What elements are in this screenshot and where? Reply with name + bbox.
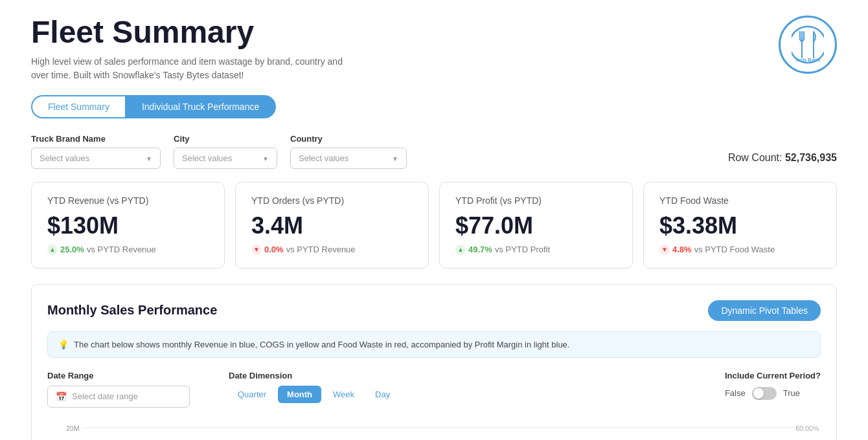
tasty-bytes-logo: Tasty Bytes bbox=[779, 16, 837, 74]
kpi-card-2: YTD Profit (vs PYTD) $77.0M ▲ 49.7% vs P… bbox=[439, 182, 633, 269]
kpi-delta-label-3: vs PYTD Food Waste bbox=[694, 245, 775, 254]
kpi-arrow-0: ▲ bbox=[47, 245, 58, 255]
info-icon: 💡 bbox=[58, 340, 69, 349]
date-range-group: Date Range 📅 Select date range bbox=[47, 371, 190, 408]
kpi-arrow-2: ▲ bbox=[455, 245, 466, 255]
calendar-icon: 📅 bbox=[56, 391, 67, 402]
monthly-title-bold: Monthly bbox=[47, 303, 97, 317]
kpi-title-0: YTD Revenue (vs PYTD) bbox=[47, 195, 209, 206]
kpi-arrow-1: ▼ bbox=[251, 245, 262, 255]
kpi-delta-2: ▲ 49.7% vs PYTD Profit bbox=[455, 245, 617, 255]
date-range-input[interactable]: 📅 Select date range bbox=[47, 386, 190, 408]
date-pill-quarter[interactable]: Quarter bbox=[229, 386, 275, 403]
kpi-delta-value-0: 25.0% bbox=[60, 245, 84, 254]
country-chevron bbox=[392, 153, 398, 163]
info-text: The chart below shows monthly Revenue in… bbox=[74, 340, 569, 349]
city-placeholder: Select values bbox=[182, 153, 232, 163]
kpi-delta-label-0: vs PYTD Revenue bbox=[87, 245, 156, 254]
tab-individual-truck[interactable]: Individual Truck Performance bbox=[126, 95, 276, 118]
country-select[interactable]: Select values bbox=[290, 148, 407, 169]
kpi-card-0: YTD Revenue (vs PYTD) $130M ▲ 25.0% vs P… bbox=[31, 182, 225, 269]
date-pill-week[interactable]: Week bbox=[324, 386, 363, 403]
kpi-value-1: 3.4M bbox=[251, 212, 413, 239]
chart-area: 20M 10M Food Waste 60.00% 40.00% bbox=[47, 418, 821, 440]
date-pill-month[interactable]: Month bbox=[278, 386, 321, 403]
logo-icon: Tasty Bytes bbox=[792, 25, 824, 64]
kpi-title-3: YTD Food Waste bbox=[659, 195, 821, 206]
kpi-value-2: $77.0M bbox=[455, 212, 617, 239]
kpi-delta-1: ▼ 0.0% vs PYTD Revenue bbox=[251, 245, 413, 255]
city-chevron bbox=[262, 153, 269, 163]
kpi-value-0: $130M bbox=[47, 212, 209, 239]
filter-city: City Select values bbox=[174, 134, 277, 169]
toggle-false-label: False bbox=[725, 388, 746, 398]
tab-fleet-summary[interactable]: Fleet Summary bbox=[31, 95, 126, 118]
monthly-chart: 20M 10M Food Waste 60.00% 40.00% bbox=[47, 418, 821, 440]
header-left: Fleet Summary High level view of sales p… bbox=[31, 16, 355, 82]
truck-brand-chevron bbox=[146, 153, 152, 163]
kpi-delta-3: ▼ 4.8% vs PYTD Food Waste bbox=[659, 245, 821, 255]
city-select[interactable]: Select values bbox=[174, 148, 277, 169]
kpi-title-1: YTD Orders (vs PYTD) bbox=[251, 195, 413, 206]
filters-row: Truck Brand Name Select values City Sele… bbox=[31, 134, 837, 169]
country-placeholder: Select values bbox=[299, 153, 348, 163]
toggle-true-label: True bbox=[783, 388, 800, 398]
toggle-group: False True bbox=[725, 387, 821, 400]
date-range-placeholder: Select date range bbox=[72, 391, 138, 401]
date-range-label: Date Range bbox=[47, 371, 190, 380]
kpi-delta-value-2: 49.7% bbox=[468, 245, 492, 254]
page-header: Fleet Summary High level view of sales p… bbox=[31, 16, 837, 82]
toggle-thumb bbox=[753, 388, 764, 399]
filter-truck-brand: Truck Brand Name Select values bbox=[31, 134, 161, 169]
page-subtitle: High level view of sales performance and… bbox=[31, 55, 355, 82]
nav-tabs: Fleet Summary Individual Truck Performan… bbox=[31, 95, 837, 118]
page-title: Fleet Summary bbox=[31, 16, 355, 50]
filter-country: Country Select values bbox=[290, 134, 407, 169]
chart-controls: Date Range 📅 Select date range Date Dime… bbox=[47, 371, 821, 408]
date-dimension-group: Date Dimension QuarterMonthWeekDay bbox=[229, 371, 399, 403]
kpi-row: YTD Revenue (vs PYTD) $130M ▲ 25.0% vs P… bbox=[31, 182, 837, 269]
row-count-label: Row Count: bbox=[728, 152, 782, 163]
monthly-title: Monthly Sales Performance bbox=[47, 303, 217, 318]
kpi-delta-label-1: vs PYTD Revenue bbox=[286, 245, 356, 254]
kpi-delta-value-3: 4.8% bbox=[672, 245, 692, 254]
truck-brand-select[interactable]: Select values bbox=[31, 148, 161, 169]
include-period-label: Include Current Period? bbox=[725, 371, 821, 380]
monthly-title-rest: Sales Performance bbox=[97, 303, 218, 317]
monthly-header: Monthly Sales Performance Dynamic Pivot … bbox=[47, 300, 821, 321]
kpi-title-2: YTD Profit (vs PYTD) bbox=[455, 195, 617, 206]
kpi-card-3: YTD Food Waste $3.38M ▼ 4.8% vs PYTD Foo… bbox=[643, 182, 837, 269]
include-period-group: Include Current Period? False True bbox=[725, 371, 821, 400]
row-count: Row Count: 52,736,935 bbox=[728, 152, 837, 169]
kpi-delta-label-2: vs PYTD Profit bbox=[495, 245, 550, 254]
truck-brand-placeholder: Select values bbox=[40, 153, 89, 163]
y-label-20m: 20M bbox=[66, 424, 80, 432]
city-label: City bbox=[174, 134, 277, 144]
date-dimension-label: Date Dimension bbox=[229, 371, 399, 380]
kpi-arrow-3: ▼ bbox=[659, 245, 670, 255]
monthly-section: Monthly Sales Performance Dynamic Pivot … bbox=[31, 284, 837, 440]
kpi-card-1: YTD Orders (vs PYTD) 3.4M ▼ 0.0% vs PYTD… bbox=[235, 182, 429, 269]
info-banner: 💡 The chart below shows monthly Revenue … bbox=[47, 331, 821, 358]
y-right-60: 60.00% bbox=[795, 424, 819, 432]
row-count-value: 52,736,935 bbox=[785, 152, 837, 163]
kpi-delta-value-1: 0.0% bbox=[264, 245, 284, 254]
include-period-toggle[interactable] bbox=[752, 387, 777, 400]
country-label: Country bbox=[290, 134, 407, 144]
date-pills: QuarterMonthWeekDay bbox=[229, 386, 399, 403]
kpi-value-3: $3.38M bbox=[659, 212, 821, 239]
date-pill-day[interactable]: Day bbox=[366, 386, 399, 403]
truck-brand-label: Truck Brand Name bbox=[31, 134, 161, 144]
logo-container: Tasty Bytes bbox=[779, 16, 837, 74]
kpi-delta-0: ▲ 25.0% vs PYTD Revenue bbox=[47, 245, 209, 255]
svg-text:Tasty Bytes: Tasty Bytes bbox=[795, 58, 821, 63]
pivot-tables-button[interactable]: Dynamic Pivot Tables bbox=[708, 300, 821, 321]
